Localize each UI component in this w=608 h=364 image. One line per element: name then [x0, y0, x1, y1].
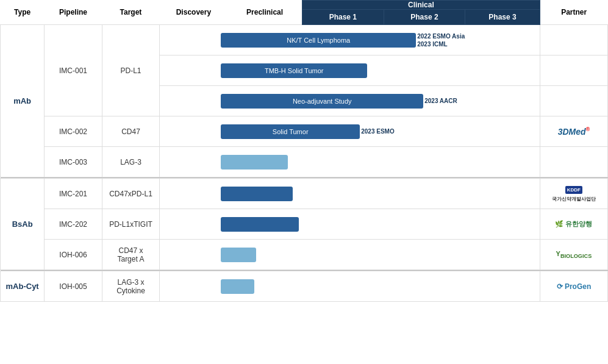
- partner-cell: 🌿 유한양행: [540, 209, 607, 240]
- bar-cell: [160, 209, 540, 240]
- pipeline-table: Type Pipeline Target Discovery Preclinic…: [0, 0, 608, 302]
- bar-cell: TMB-H Solid Tumor: [160, 55, 540, 86]
- col-phase2-header: Phase 2: [384, 10, 465, 25]
- pipeline-cell: IOH-005: [45, 271, 102, 302]
- type-cell: mAb: [1, 25, 45, 177]
- table-row: mAbIMC-001PD-L1NK/T Cell Lymphoma2022 ES…: [1, 25, 608, 55]
- target-cell: PD-L1xTIGIT: [102, 209, 159, 240]
- partner-cell: KDDF국가신약개발사업단: [540, 179, 607, 209]
- partner-cell: 3DMed®: [540, 116, 607, 147]
- partner-cell: ⟳ ProGen: [540, 271, 607, 302]
- col-type-header: Type: [1, 1, 45, 25]
- pipeline-cell: IMC-201: [45, 179, 102, 209]
- target-cell: PD-L1: [102, 25, 159, 116]
- header-row: Type Pipeline Target Discovery Preclinic…: [1, 1, 608, 10]
- bar-cell: [160, 271, 540, 302]
- pipeline-cell: IMC-003: [45, 147, 102, 177]
- table-row: mAb-CytIOH-005LAG-3 x Cytokine⟳ ProGen: [1, 271, 608, 302]
- partner-cell: [540, 55, 607, 86]
- target-cell: CD47: [102, 116, 159, 147]
- col-partner-header: Partner: [540, 1, 607, 25]
- partner-cell: YBIOLOGICS: [540, 240, 607, 270]
- partner-cell: [540, 86, 607, 116]
- type-cell: BsAb: [1, 179, 45, 270]
- bar-cell: [160, 147, 540, 177]
- bar-cell: Solid Tumor2023 ESMO: [160, 116, 540, 147]
- col-pipeline-header: Pipeline: [45, 1, 102, 25]
- type-cell: mAb-Cyt: [1, 271, 45, 302]
- target-cell: LAG-3: [102, 147, 159, 177]
- col-target-header: Target: [102, 1, 159, 25]
- pipeline-cell: IMC-202: [45, 209, 102, 240]
- partner-cell: [540, 25, 607, 55]
- bar-cell: NK/T Cell Lymphoma2022 ESMO Asia 2023 IC…: [160, 25, 540, 55]
- table-row: IMC-002CD47Solid Tumor2023 ESMO3DMed®: [1, 116, 608, 147]
- table-row: IMC-202PD-L1xTIGIT🌿 유한양행: [1, 209, 608, 240]
- target-cell: LAG-3 x Cytokine: [102, 271, 159, 302]
- pipeline-cell: IMC-001: [45, 25, 102, 116]
- partner-cell: [540, 147, 607, 177]
- col-discovery-header: Discovery: [160, 1, 227, 25]
- bar-cell: Neo-adjuvant Study2023 AACR: [160, 86, 540, 116]
- bar-cell: [160, 179, 540, 209]
- table-row: IMC-003LAG-3: [1, 147, 608, 177]
- table-row: IOH-006CD47 x Target AYBIOLOGICS: [1, 240, 608, 270]
- col-preclinical-header: Preclinical: [227, 1, 302, 25]
- target-cell: CD47xPD-L1: [102, 179, 159, 209]
- col-clinical-header: Clinical: [302, 1, 540, 10]
- target-cell: CD47 x Target A: [102, 240, 159, 270]
- pipeline-cell: IMC-002: [45, 116, 102, 147]
- col-phase1-header: Phase 1: [302, 10, 384, 25]
- table-row: BsAbIMC-201CD47xPD-L1KDDF국가신약개발사업단: [1, 179, 608, 209]
- col-phase3-header: Phase 3: [465, 10, 540, 25]
- bar-cell: [160, 240, 540, 270]
- pipeline-cell: IOH-006: [45, 240, 102, 270]
